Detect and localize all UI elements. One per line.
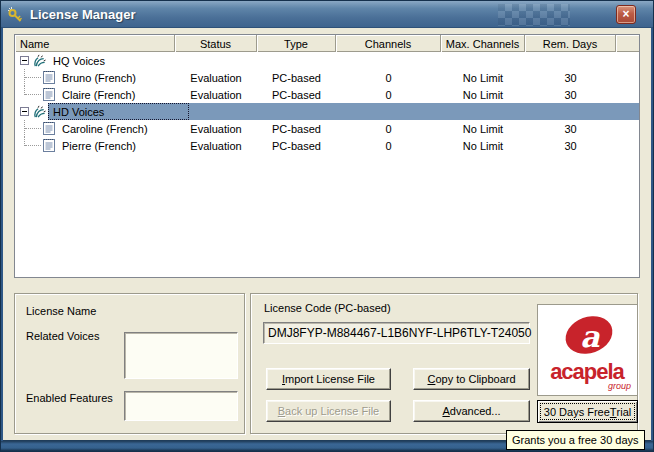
dialog-client-area: Name Status Type Channels Max. Channels … — [3, 28, 651, 441]
type-cell: PC-based — [257, 137, 336, 154]
enabled-features-label: Enabled Features — [26, 392, 113, 404]
titlebar-mosaic-decoration — [498, 4, 570, 26]
channels-cell: 0 — [336, 137, 441, 154]
voice-name: Claire (French) — [59, 86, 138, 103]
license-name-label: License Name — [26, 305, 96, 317]
close-button[interactable]: × — [616, 5, 636, 24]
advanced-button[interactable]: Advanced... — [413, 400, 530, 422]
type-cell: PC-based — [257, 86, 336, 103]
tree-line — [25, 145, 41, 146]
focus-rectangle — [541, 404, 634, 419]
acapela-logo: a acapela group — [537, 304, 638, 396]
column-header-channels[interactable]: Channels — [336, 35, 441, 52]
max-channels-cell: No Limit — [441, 86, 525, 103]
column-header-status[interactable]: Status — [175, 35, 257, 52]
group-name: HQ Voices — [50, 52, 108, 69]
status-cell: Evaluation — [175, 137, 257, 154]
max-channels-cell: No Limit — [441, 120, 525, 137]
rem-days-cell: 30 — [525, 137, 616, 154]
max-channels-cell: No Limit — [441, 69, 525, 86]
rem-days-cell: 30 — [525, 86, 616, 103]
column-header-max-channels[interactable]: Max. Channels — [441, 35, 525, 52]
voices-table: Name Status Type Channels Max. Channels … — [14, 34, 640, 278]
table-row-group-hq[interactable]: HQ Voices — [15, 52, 639, 69]
license-code-groupbox: License Code (PC-based) DMJ8FYP-M884467-… — [250, 293, 638, 434]
enabled-features-box — [124, 391, 238, 421]
collapse-toggle-icon[interactable] — [20, 107, 29, 116]
voices-group-icon — [31, 53, 47, 68]
license-doc-icon — [43, 138, 55, 152]
license-doc-icon — [43, 121, 55, 135]
window-title: License Manager — [30, 7, 136, 22]
license-doc-icon — [43, 70, 55, 84]
brand-sub: group — [608, 381, 631, 391]
channels-cell: 0 — [336, 86, 441, 103]
license-manager-window: License Manager × Name Status Type Chann… — [0, 0, 654, 452]
backup-license-file-button: Back up License File — [266, 400, 391, 422]
status-cell: Evaluation — [175, 86, 257, 103]
channels-cell: 0 — [336, 120, 441, 137]
voices-group-icon — [31, 104, 47, 119]
table-row-voice-claire[interactable]: Claire (French) Evaluation PC-based 0 No… — [15, 86, 639, 103]
status-cell: Evaluation — [175, 69, 257, 86]
channels-cell: 0 — [336, 69, 441, 86]
type-cell: PC-based — [257, 120, 336, 137]
table-row-voice-pierre[interactable]: Pierre (French) Evaluation PC-based 0 No… — [15, 137, 639, 154]
table-row-voice-bruno[interactable]: Bruno (French) Evaluation PC-based 0 No … — [15, 69, 639, 86]
title-bar[interactable]: License Manager × — [1, 1, 653, 28]
license-code-label: License Code (PC-based) — [264, 302, 391, 314]
column-header-filler — [616, 35, 639, 52]
group-name: HD Voices — [50, 103, 107, 120]
table-row-voice-caroline[interactable]: Caroline (French) Evaluation PC-based 0 … — [15, 120, 639, 137]
column-header-name[interactable]: Name — [15, 35, 175, 52]
voice-name: Pierre (French) — [59, 137, 139, 154]
voice-name: Bruno (French) — [59, 69, 139, 86]
logo-letter: a — [580, 319, 600, 354]
copy-to-clipboard-button[interactable]: Copy to Clipboard — [413, 368, 530, 390]
rem-days-cell: 30 — [525, 120, 616, 137]
related-voices-label: Related Voices — [26, 330, 99, 342]
column-header-rem-days[interactable]: Rem. Days — [525, 35, 616, 52]
rem-days-cell: 30 — [525, 69, 616, 86]
voice-name: Caroline (French) — [59, 120, 151, 137]
status-cell: Evaluation — [175, 120, 257, 137]
license-doc-icon — [43, 87, 55, 101]
collapse-toggle-icon[interactable] — [20, 56, 29, 65]
column-header-type[interactable]: Type — [257, 35, 336, 52]
free-trial-button[interactable]: 30 Days Free Trial — [537, 400, 638, 423]
license-code-field[interactable]: DMJ8FYP-M884467-L1B6NYF-LHP6TLY-T24050 — [263, 322, 530, 344]
max-channels-cell: No Limit — [441, 137, 525, 154]
license-details-groupbox: License Name Related Voices Enabled Feat… — [14, 293, 245, 434]
trial-tooltip: Grants you a free 30 days — [506, 430, 645, 450]
tree-line — [25, 128, 41, 129]
tree-line — [25, 94, 41, 95]
key-icon — [7, 6, 23, 22]
import-license-file-button[interactable]: Import License File — [266, 368, 391, 390]
related-voices-box — [124, 332, 238, 379]
type-cell: PC-based — [257, 69, 336, 86]
table-header: Name Status Type Channels Max. Channels … — [15, 35, 639, 52]
table-row-group-hd-selected[interactable]: HD Voices — [15, 103, 639, 120]
tree-line — [25, 77, 41, 78]
